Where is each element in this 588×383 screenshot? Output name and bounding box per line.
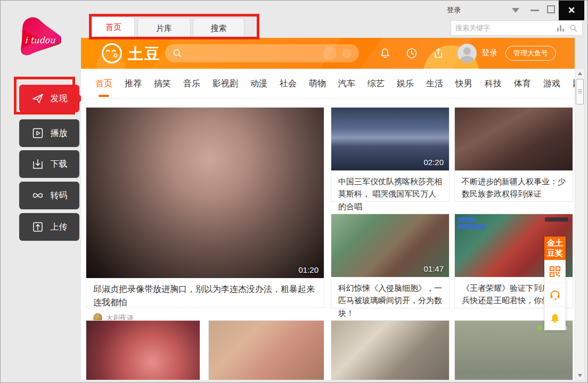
- tab-home[interactable]: 首页: [92, 17, 135, 38]
- paper-plane-icon: [31, 92, 44, 105]
- minimize-button[interactable]: [530, 10, 539, 11]
- tab-library-label: 片库: [156, 23, 172, 34]
- itudou-logo: i tudou: [14, 13, 68, 67]
- bell-icon: [549, 313, 561, 324]
- duration-badge: 02:20: [423, 158, 444, 167]
- video-card[interactable]: 00:14: [331, 320, 450, 380]
- nav-item-kuainan[interactable]: 快男: [455, 78, 472, 89]
- tudou-face-icon: [100, 42, 124, 65]
- customer-service-button[interactable]: [544, 283, 566, 307]
- download-icon: [31, 158, 44, 170]
- arrow-up-icon: [578, 72, 582, 75]
- game-hud: [458, 224, 486, 229]
- search-icon: [173, 48, 182, 58]
- nav-item-anime[interactable]: 动漫: [250, 78, 267, 89]
- main-content: 土豆 登录 管理大鱼号 首页 推荐 搞笑 音乐 影视剧 动漫 社会 萌物 汽车 …: [81, 38, 575, 380]
- nav-item-cute[interactable]: 萌物: [309, 78, 326, 89]
- avatar-person-icon: [460, 56, 474, 63]
- maximize-button[interactable]: [547, 5, 555, 13]
- sidebar-item-upload[interactable]: 上传: [19, 213, 79, 241]
- video-card[interactable]: 01:47 科幻惊悚《入侵脑细胞》，一匹马被玻璃瞬间切开，分为数块！: [331, 214, 450, 308]
- app-window: 登录 ✕ 首页 片库 搜索 i tudou 发现 播放 下载: [0, 0, 588, 383]
- sidebar-item-play[interactable]: 播放: [19, 119, 79, 147]
- tab-library[interactable]: 片库: [137, 18, 191, 38]
- nav-item-tech[interactable]: 科技: [485, 78, 502, 89]
- search-decoration: [323, 46, 337, 60]
- headset-icon: [549, 289, 561, 301]
- nav-item-film-tv[interactable]: 影视剧: [213, 78, 238, 89]
- itudou-logo-text: i tudou: [24, 35, 55, 45]
- video-card[interactable]: 00:15: [208, 320, 324, 380]
- scrollbar: [575, 69, 584, 380]
- close-button[interactable]: ✕: [559, 1, 584, 20]
- sidebar-item-transcode[interactable]: 转码: [19, 182, 79, 209]
- game-hud: [458, 217, 476, 222]
- header-search-bar[interactable]: [165, 44, 359, 62]
- nav-item-cars[interactable]: 汽车: [338, 78, 355, 89]
- video-title: 中国三军仪仗队携喀秋莎亮相莫斯科， 唱哭俄国军民万人的合唱: [338, 175, 442, 213]
- award-label: 金土豆奖: [544, 238, 566, 258]
- sidebar-item-discover[interactable]: 发现: [19, 85, 79, 112]
- user-avatar[interactable]: [458, 44, 477, 63]
- video-title: 不断进步的新疆人权事业：少数民族参政权得到保证: [462, 175, 566, 200]
- scrollbar-thumb[interactable]: [576, 79, 584, 104]
- manage-dayuhao-button[interactable]: 管理大鱼号: [505, 46, 556, 61]
- video-thumbnail: 00:14: [331, 321, 449, 380]
- category-nav: 首页 推荐 搞笑 音乐 影视剧 动漫 社会 萌物 汽车 综艺 娱乐 生活 快男 …: [81, 69, 575, 99]
- history-clock-icon[interactable]: [405, 47, 418, 60]
- window-search-input[interactable]: [455, 24, 557, 32]
- video-card[interactable]: 00:27: [86, 320, 200, 380]
- nav-item-sports[interactable]: 体育: [514, 78, 531, 89]
- tab-search-label: 搜索: [211, 23, 227, 34]
- video-card[interactable]: 不断进步的新疆人权事业：少数民族参政权得到保证: [454, 107, 573, 202]
- video-thumbnail: [455, 108, 573, 170]
- video-card[interactable]: 02:20 中国三军仪仗队携喀秋莎亮相莫斯科， 唱哭俄国军民万人的合唱: [331, 107, 450, 202]
- brand-name: 土豆: [128, 44, 161, 65]
- window-search-box[interactable]: [451, 20, 583, 36]
- nav-item-home[interactable]: 首页: [95, 78, 112, 89]
- header-login-link[interactable]: 登录: [481, 48, 497, 58]
- video-thumbnail: 01:47: [331, 214, 449, 277]
- notifications-bell-icon[interactable]: [379, 47, 391, 60]
- nav-item-life[interactable]: 生活: [426, 78, 443, 89]
- game-hud: [545, 217, 568, 222]
- tab-search[interactable]: 搜索: [193, 18, 244, 38]
- sidebar-item-download-label: 下载: [51, 159, 68, 170]
- video-card-featured[interactable]: 01:20 邱淑贞把录像带放进胸口，别以为李连杰没办法，粗暴起来连我都怕 大剧夜…: [86, 107, 324, 308]
- scroll-down-button[interactable]: [575, 371, 585, 380]
- nav-item-recommend[interactable]: 推荐: [125, 78, 142, 89]
- play-icon: [31, 127, 44, 140]
- duration-badge: 01:20: [298, 265, 318, 274]
- qr-code-button[interactable]: [544, 260, 566, 283]
- nav-item-entertainment[interactable]: 娱乐: [397, 78, 414, 89]
- duration-badge: 01:47: [423, 264, 444, 273]
- nav-item-variety[interactable]: 综艺: [368, 78, 385, 89]
- upload-share-icon[interactable]: [432, 47, 445, 60]
- tab-home-label: 首页: [105, 22, 121, 32]
- video-title: 邱淑贞把录像带放进胸口，别以为李连杰没办法，粗暴起来连我都怕: [93, 283, 317, 309]
- nav-item-games[interactable]: 游戏: [543, 78, 560, 89]
- video-title: 科幻惊悚《入侵脑细胞》，一匹马被玻璃瞬间切开，分为数块！: [338, 282, 442, 319]
- nav-item-society[interactable]: 社会: [280, 78, 297, 89]
- notification-button[interactable]: [544, 307, 566, 330]
- sidebar-item-discover-label: 发现: [51, 93, 68, 104]
- search-icon[interactable]: [569, 24, 578, 32]
- chevron-down-icon[interactable]: [512, 8, 519, 13]
- qr-code-icon: [549, 266, 561, 278]
- grip-icon: [578, 89, 582, 94]
- transcode-icon: [31, 189, 44, 202]
- floating-widget: 金土豆奖: [544, 237, 566, 330]
- golden-tudou-award-button[interactable]: 金土豆奖: [544, 237, 566, 260]
- search-decoration: [342, 48, 352, 58]
- sidebar-item-play-label: 播放: [51, 128, 68, 139]
- titlebar-login-link[interactable]: 登录: [447, 5, 461, 15]
- sidebar-item-download[interactable]: 下载: [19, 150, 79, 178]
- tudou-header: 土豆 登录 管理大鱼号: [81, 38, 575, 69]
- nav-item-music[interactable]: 音乐: [183, 78, 200, 89]
- trending-icon[interactable]: [557, 25, 564, 31]
- scroll-up-button[interactable]: [575, 69, 585, 78]
- close-icon: ✕: [568, 5, 575, 16]
- nav-item-funny[interactable]: 搞笑: [154, 78, 171, 89]
- video-thumbnail: 01:20: [86, 108, 324, 278]
- arrow-down-icon: [578, 374, 582, 377]
